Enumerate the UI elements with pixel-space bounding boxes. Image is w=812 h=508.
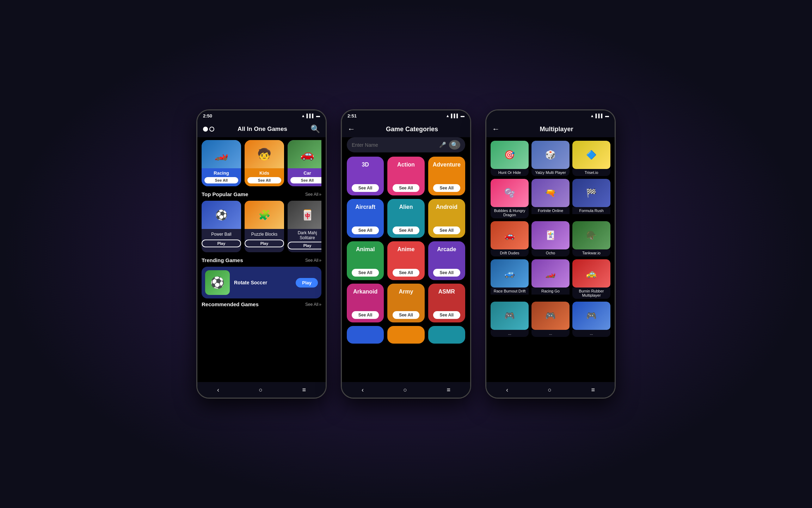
mp-card-racinggo[interactable]: 🏎️ Racing Go (531, 259, 570, 299)
cat-alien[interactable]: Alien See All (387, 199, 424, 238)
featured-card-racing[interactable]: 🏎️ Racing See All (202, 140, 241, 186)
cat-aircraft[interactable]: Aircraft See All (347, 199, 384, 238)
cat-anime[interactable]: Anime See All (387, 241, 424, 280)
menu-btn-1[interactable]: ≡ (302, 386, 306, 394)
cat-action[interactable]: Action See All (387, 157, 424, 195)
status-bar-2: 2:51 ▲ ▌▌▌ ▬ (342, 110, 470, 121)
cat-asmr-label: ASMR (438, 289, 455, 295)
mahjong-thumb: 🀄 (288, 201, 321, 229)
phone-3: ▲ ▌▌▌ ▬ ← Multiplayer 🎯 Hunt Or Hide 🎲 Y… (485, 109, 616, 399)
phone1-scroll-area[interactable]: 🏎️ Racing See All 🧒 Kids See All 🚗 (197, 137, 326, 382)
wifi-icon-3: ▲ (590, 114, 594, 118)
logo-dot-1 (203, 127, 208, 132)
featured-card-kids[interactable]: 🧒 Kids See All (245, 140, 284, 186)
mp-card-extra2[interactable]: 🎮 ... (531, 302, 570, 337)
cat-arcade[interactable]: Arcade See All (428, 241, 465, 280)
mic-icon[interactable]: 🎤 (439, 141, 446, 148)
kids-see-all-btn[interactable]: See All (247, 177, 281, 183)
cat-alien-btn[interactable]: See All (393, 226, 420, 234)
cat-animal[interactable]: Animal See All (347, 241, 384, 280)
rubber-name: Burnin Rubber Multiplayer (572, 288, 610, 299)
recommended-see-all[interactable]: See All » (305, 302, 321, 307)
soccer-play-btn[interactable]: Play (296, 278, 318, 288)
cat-android[interactable]: Android See All (428, 199, 465, 238)
hunt-name: Hunt Or Hide (491, 169, 529, 176)
racing-see-all-btn[interactable]: See All (204, 177, 238, 183)
mp-card-burnout[interactable]: 🚙 Race Burnout Drift (491, 259, 529, 299)
mp-card-rubber[interactable]: 🚕 Burnin Rubber Multiplayer (572, 259, 610, 299)
home-btn-2[interactable]: ○ (403, 386, 407, 394)
trending-see-all[interactable]: See All » (305, 258, 321, 263)
home-btn-3[interactable]: ○ (548, 386, 552, 394)
mp-card-formula[interactable]: 🏁 Formula Rush (572, 179, 610, 218)
mp-card-tankwar[interactable]: 🪖 Tankwar.io (572, 221, 610, 256)
racing-thumb: 🏎️ (202, 140, 241, 168)
mp-card-drift[interactable]: 🚗 Drift Dudes (491, 221, 529, 256)
cat-arcade-btn[interactable]: See All (433, 269, 460, 277)
mahjong-play-btn[interactable]: Play (288, 242, 321, 249)
logo-dot-2 (209, 127, 214, 132)
cat-arkanoid[interactable]: Arkanoid See All (347, 284, 384, 322)
back-btn-3[interactable]: ← (492, 125, 500, 134)
powerball-thumb: ⚽ (202, 201, 241, 229)
formula-name: Formula Rush (572, 207, 610, 214)
home-btn-1[interactable]: ○ (259, 386, 263, 394)
cat-army-btn[interactable]: See All (393, 311, 420, 319)
soccer-name: Rotate Soccer (234, 280, 291, 285)
search-go-btn[interactable]: 🔍 (449, 140, 460, 150)
cat-adventure-btn[interactable]: See All (433, 184, 460, 192)
cat-anime-label: Anime (398, 246, 415, 253)
game-card-puzzle[interactable]: 🧩 Puzzle Blocks Play (245, 201, 284, 252)
search-bar-2[interactable]: 🎤 🔍 (347, 137, 465, 152)
mp-card-extra1[interactable]: 🎮 ... (491, 302, 529, 337)
menu-btn-2[interactable]: ≡ (447, 386, 450, 394)
back-btn-2[interactable]: ← (347, 125, 355, 134)
cat-army[interactable]: Army See All (387, 284, 424, 322)
cat-asmr-btn[interactable]: See All (433, 311, 460, 319)
menu-btn-3[interactable]: ≡ (591, 386, 595, 394)
back-btn-nav-2[interactable]: ‹ (362, 386, 364, 394)
featured-card-car[interactable]: 🚗 Car See All (288, 140, 321, 186)
mp-card-extra3[interactable]: 🎮 ... (572, 302, 610, 337)
cat-extra1[interactable] (347, 326, 384, 344)
trending-card-soccer[interactable]: ⚽ Rotate Soccer Play (202, 267, 321, 298)
mp-card-ocho[interactable]: 🃏 Ocho (531, 221, 570, 256)
cat-aircraft-label: Aircraft (355, 204, 375, 210)
cat-anime-btn[interactable]: See All (393, 269, 420, 277)
cat-3d-btn[interactable]: See All (352, 184, 379, 192)
powerball-play-btn[interactable]: Play (202, 240, 241, 247)
cat-arkanoid-btn[interactable]: See All (352, 311, 379, 319)
mp-card-fortnite[interactable]: 🔫 Fortnite Online (531, 179, 570, 218)
cat-3d-label: 3D (362, 162, 369, 168)
mp-card-bubbles[interactable]: 🫧 Bubbles & Hungry Dragon (491, 179, 529, 218)
back-btn-1[interactable]: ‹ (217, 386, 219, 394)
cat-extra3[interactable] (428, 326, 465, 344)
game-card-mahjong[interactable]: 🀄 Dark Mahj Solitaire Play (288, 201, 321, 252)
cat-aircraft-btn[interactable]: See All (352, 226, 379, 234)
wifi-icon: ▲ (301, 114, 305, 118)
cat-3d[interactable]: 3D See All (347, 157, 384, 195)
nav-bar-2: ‹ ○ ≡ (342, 382, 470, 398)
cat-animal-label: Animal (356, 246, 375, 253)
search-icon-btn-1[interactable]: 🔍 (310, 125, 320, 134)
puzzle-play-btn[interactable]: Play (245, 240, 284, 247)
search-input-2[interactable] (352, 142, 436, 148)
cat-asmr[interactable]: ASMR See All (428, 284, 465, 322)
cat-row-1: 3D See All Action See All Adventure See … (347, 157, 465, 195)
back-btn-nav-3[interactable]: ‹ (506, 386, 508, 394)
game-card-powerball[interactable]: ⚽ Power Ball Play (202, 201, 241, 252)
cat-android-btn[interactable]: See All (433, 226, 460, 234)
mp-card-yatzy[interactable]: 🎲 Yatzy Multi Player (531, 141, 570, 176)
racing-card-body: Racing See All (202, 168, 241, 186)
car-see-all-btn[interactable]: See All (290, 177, 321, 183)
cat-action-btn[interactable]: See All (393, 184, 420, 192)
cat-animal-btn[interactable]: See All (352, 269, 379, 277)
wifi-icon-2: ▲ (446, 114, 450, 118)
cat-adventure[interactable]: Adventure See All (428, 157, 465, 195)
kids-label: Kids (259, 170, 269, 176)
mp-card-triset[interactable]: 🔷 Triset.io (572, 141, 610, 176)
cat-extra2[interactable] (387, 326, 424, 344)
top-popular-see-all[interactable]: See All » (305, 192, 321, 197)
racing-label: Racing (214, 170, 229, 176)
mp-card-hunt[interactable]: 🎯 Hunt Or Hide (491, 141, 529, 176)
